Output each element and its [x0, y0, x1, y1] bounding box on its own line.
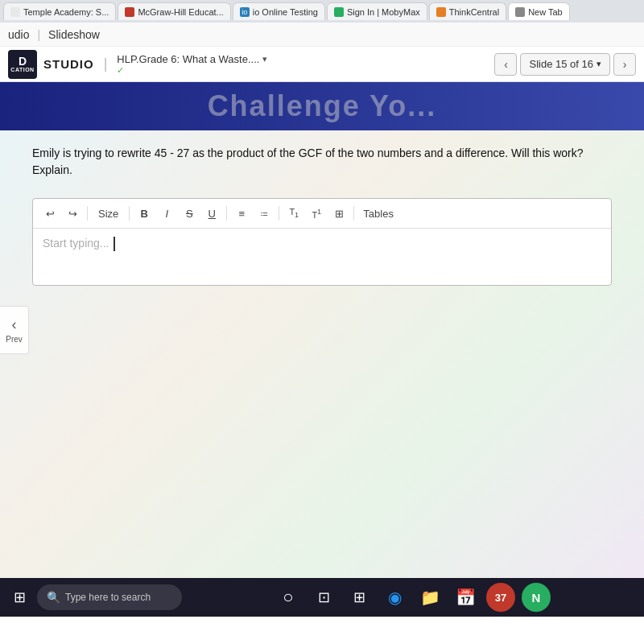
studio-label: STUDIO	[43, 57, 94, 71]
slide-title-dropdown[interactable]: HLP.Grade 6: What a Waste.... ▾	[117, 53, 267, 65]
taskbar-badge-37[interactable]: 37	[486, 583, 515, 612]
tab-thinkcentral[interactable]: ThinkCentral	[429, 2, 506, 20]
editor-placeholder: Start typing...	[43, 237, 109, 250]
editor-toolbar: ↩ ↪ Size B I S U ≡ ⩴ T1 T1 ⊞ Tables	[33, 199, 611, 229]
subscript-button[interactable]: T1	[283, 204, 304, 223]
text-editor[interactable]: ↩ ↪ Size B I S U ≡ ⩴ T1 T1 ⊞ Tables	[32, 198, 612, 286]
start-button[interactable]: ⊞	[5, 583, 34, 612]
tab-favicon	[436, 7, 446, 17]
tab-favicon	[10, 7, 20, 17]
prev-nav-button[interactable]: ‹ Prev	[0, 306, 29, 354]
font-size-button[interactable]: Size	[92, 204, 125, 223]
toolbar-separator	[353, 206, 354, 221]
app-header: D CATION STUDIO | HLP.Grade 6: What a Wa…	[0, 47, 644, 82]
tab-label: Temple Academy: S...	[23, 7, 109, 17]
size-label: Size	[98, 208, 118, 220]
special-char-button[interactable]: ⊞	[328, 204, 349, 223]
tab-favicon: io	[240, 7, 250, 17]
main-content: Challenge Yo... Emily is trying to rewri…	[0, 82, 644, 578]
search-icon: 🔍	[47, 591, 60, 604]
next-slide-button[interactable]: ›	[613, 53, 636, 76]
udio-label: udio	[8, 28, 29, 41]
question-area: Emily is trying to rewrite 45 - 27 as th…	[0, 130, 644, 198]
taskbar-search[interactable]: 🔍 Type here to search	[37, 584, 182, 610]
strikethrough-button[interactable]: S	[179, 204, 200, 223]
undo-button[interactable]: ↩	[39, 204, 60, 223]
tab-mobymax[interactable]: Sign In | MobyMax	[327, 2, 427, 20]
prev-slide-button[interactable]: ‹	[494, 53, 517, 76]
toolbar-separator	[226, 206, 227, 221]
slideshow-label: Slideshow	[48, 28, 100, 41]
taskbar-folder-icon[interactable]: 📁	[415, 583, 444, 612]
bar-separator: |	[37, 28, 40, 41]
redo-button[interactable]: ↪	[62, 204, 83, 223]
taskbar: ⊞ 🔍 Type here to search ○ ⊡ ⊞ ◉ 📁 📅 37 N	[0, 578, 644, 617]
tab-favicon	[125, 7, 134, 17]
editor-body[interactable]: Start typing...	[33, 229, 611, 285]
toolbar-separator	[87, 206, 88, 221]
slide-number-text: Slide 15 of 16	[529, 58, 593, 70]
question-text: Emily is trying to rewrite 45 - 27 as th…	[32, 145, 612, 179]
tab-mcgraw[interactable]: McGraw-Hill Educat...	[118, 2, 230, 20]
taskbar-multitask-icon[interactable]: ⊡	[309, 583, 338, 612]
tab-label: io Online Testing	[253, 7, 318, 17]
superscript-button[interactable]: T1	[306, 204, 327, 223]
slide-title-area: HLP.Grade 6: What a Waste.... ▾ ✓	[117, 53, 267, 76]
slide-banner-text: Challenge Yo...	[208, 89, 437, 123]
numbered-list-button[interactable]: ⩴	[254, 204, 275, 223]
taskbar-badge-n[interactable]: N	[522, 583, 551, 612]
save-checkmark: ✓	[117, 65, 267, 76]
prev-arrow-icon: ‹	[12, 316, 17, 333]
tab-favicon	[334, 7, 344, 17]
tab-io[interactable]: io io Online Testing	[233, 2, 325, 20]
badge-n-label: N	[532, 591, 541, 605]
slideshow-bar: udio | Slideshow	[0, 23, 644, 47]
taskbar-edge-icon[interactable]: ◉	[380, 583, 409, 612]
taskbar-calendar-icon[interactable]: 📅	[451, 583, 480, 612]
chevron-down-icon: ▾	[262, 54, 267, 64]
app-logo: D CATION	[8, 50, 37, 79]
slide-number-badge[interactable]: Slide 15 of 16 ▾	[520, 53, 610, 76]
toolbar-separator	[279, 206, 279, 221]
bold-button[interactable]: B	[134, 204, 155, 223]
search-placeholder: Type here to search	[65, 592, 151, 603]
taskbar-circle-icon[interactable]: ○	[274, 583, 303, 612]
tab-label: Sign In | MobyMax	[347, 7, 420, 17]
content-wrapper: Challenge Yo... Emily is trying to rewri…	[0, 82, 644, 578]
windows-icon: ⊞	[14, 588, 26, 606]
tab-temple[interactable]: Temple Academy: S...	[3, 2, 116, 20]
italic-button[interactable]: I	[156, 204, 177, 223]
tab-label: New Tab	[528, 7, 563, 17]
taskbar-start-icon[interactable]: ⊞	[345, 583, 374, 612]
chevron-down-icon: ▾	[597, 59, 601, 69]
browser-tab-bar: Temple Academy: S... McGraw-Hill Educat.…	[0, 0, 644, 23]
taskbar-icons: ○ ⊡ ⊞ ◉ 📁 📅 37 N	[185, 583, 639, 612]
prev-label: Prev	[6, 335, 23, 344]
tab-favicon	[515, 7, 525, 17]
badge-number: 37	[495, 592, 506, 604]
bullet-list-button[interactable]: ≡	[231, 204, 252, 223]
tab-newtab[interactable]: New Tab	[508, 2, 570, 20]
tables-button[interactable]: Tables	[358, 204, 398, 223]
slide-header-banner: Challenge Yo...	[0, 82, 644, 130]
text-cursor	[114, 237, 115, 251]
slide-navigation: ‹ Slide 15 of 16 ▾ ›	[494, 53, 636, 76]
toolbar-separator	[129, 206, 130, 221]
slide-title-text: HLP.Grade 6: What a Waste....	[117, 53, 259, 65]
tab-label: ThinkCentral	[449, 7, 499, 17]
tab-label: McGraw-Hill Educat...	[138, 7, 223, 17]
underline-button[interactable]: U	[201, 204, 222, 223]
